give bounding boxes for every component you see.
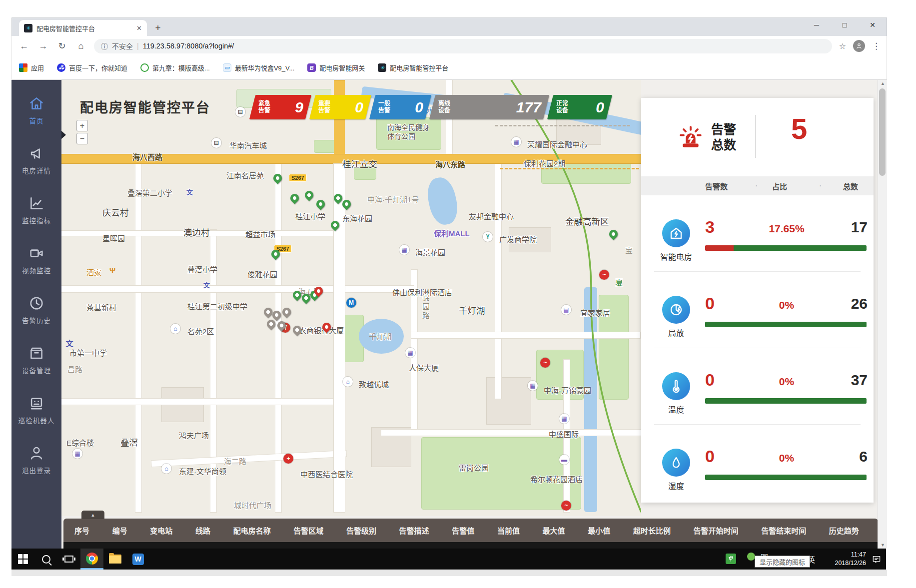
task-view-button[interactable] — [57, 549, 80, 570]
info-icon[interactable]: ⓘ — [101, 41, 108, 51]
panel-row[interactable]: 智能电房 3 17.65% 17 — [641, 217, 874, 294]
table-column-header: 最大值 — [543, 525, 565, 536]
url-text: 119.23.58.97:8080/a?login#/ — [143, 42, 234, 50]
address-bar[interactable]: ⓘ 不安全 | 119.23.58.97:8080/a?login#/ — [94, 39, 832, 53]
search-button[interactable] — [34, 549, 57, 570]
taskbar-chrome-button[interactable] — [80, 549, 103, 570]
action-center-icon[interactable] — [871, 554, 882, 564]
sidebar-item[interactable]: 退出登录 — [22, 445, 51, 475]
thermo-icon — [662, 372, 690, 400]
bookmark-label: 最新华为悦盒V9_V... — [235, 63, 294, 72]
start-button[interactable] — [11, 549, 34, 570]
close-button[interactable]: ✕ — [868, 21, 878, 29]
browser-tab-bar: ✳ 配电房智能管控平台 ✕ + ─ □ ✕ — [11, 17, 887, 36]
sidebar-item[interactable]: 视频监控 — [22, 245, 51, 275]
maximize-button[interactable]: □ — [840, 21, 850, 29]
new-tab-button[interactable]: + — [151, 21, 165, 35]
window-controls: ─ □ ✕ — [812, 21, 878, 29]
usb-tray-icon[interactable] — [726, 554, 736, 564]
map-label: 桂江小学 — [295, 211, 325, 221]
tray-hidden-icon[interactable] — [747, 553, 755, 561]
zoom-in-button[interactable]: + — [76, 120, 88, 131]
browser-tab[interactable]: ✳ 配电房智能管控平台 ✕ — [19, 20, 147, 36]
row-progress-bar — [705, 322, 867, 327]
map-label: E综合楼 — [66, 437, 94, 448]
map-poi-icon: ▦ — [72, 449, 82, 459]
sidebar-item[interactable]: 告警历史 — [22, 295, 51, 325]
alarm-badge[interactable]: 正常设备 0 — [547, 95, 612, 119]
tab-close-icon[interactable]: ✕ — [136, 24, 142, 32]
bookmark[interactable]: B 配电房智能网关 — [307, 63, 365, 72]
panel-column-headers: 告警数 · 占比 · 总数 — [641, 176, 874, 195]
bookmark[interactable]: 第九章：模版高级... — [140, 63, 210, 72]
panel-header: 告警 总数 5 — [641, 98, 874, 176]
table-collapse-handle[interactable]: ▲ — [81, 511, 104, 519]
map-label: 致越优城 — [359, 379, 389, 389]
windows-taskbar: W 图 英 11:47 2018/12/26 显示隐藏的图标 — [11, 549, 886, 570]
back-button[interactable]: ← — [18, 41, 30, 51]
divider — [755, 115, 756, 158]
map-label: 城时代广场 — [234, 500, 271, 510]
map-poi-icon: ⊟ — [235, 107, 245, 117]
panel-row[interactable]: 湿度 0 0% 6 — [641, 447, 874, 503]
sidebar-item[interactable]: 巡检机器人 — [18, 395, 55, 425]
alarm-badge[interactable]: 重要告警 0 — [309, 95, 371, 119]
taskbar-clock[interactable]: 11:47 2018/12/26 — [835, 551, 866, 568]
map-label: 南海全民健身体育公园 — [387, 123, 434, 141]
panel-row[interactable]: 局放 0 0% 26 — [641, 294, 874, 370]
map-poi-icon: ▦ — [528, 381, 538, 391]
scroll-up-icon[interactable]: ▲ — [878, 81, 887, 86]
row-label: 湿度 — [649, 480, 704, 492]
scrollbar-thumb[interactable] — [879, 88, 886, 176]
task-view-icon — [64, 556, 73, 563]
col-total: 总数 — [843, 181, 858, 191]
bookmark-label: 配电房智能管控平台 — [390, 63, 448, 72]
tray-tooltip: 显示隐藏的图标 — [755, 556, 810, 568]
table-column-header: 配电房名称 — [233, 525, 271, 536]
sidebar-item[interactable]: 设备管理 — [22, 345, 51, 375]
alarm-badge[interactable]: 离线设备 177 — [429, 95, 549, 119]
profile-avatar[interactable] — [853, 40, 865, 52]
forward-button[interactable]: → — [37, 41, 49, 51]
taskbar-explorer-button[interactable] — [103, 549, 126, 570]
browser-menu-icon[interactable]: ⋮ — [872, 41, 881, 51]
alarm-badge[interactable]: 紧急告警 9 — [249, 95, 311, 119]
map-label: 海八西路 — [132, 151, 162, 162]
sidebar-item[interactable]: 监控指标 — [22, 195, 51, 225]
map[interactable]: + − S267S267 高尔夫农庄佛山水道南海全民健身体育公园荣耀国际金融中心… — [61, 80, 641, 516]
scroll-down-icon[interactable]: ▼ — [878, 543, 887, 548]
map-label: 希尔顿花园酒店 — [530, 474, 583, 484]
map-label: 庆云村 — [102, 206, 129, 218]
table-column-header: 告警结束时间 — [761, 525, 806, 536]
sidebar-active-arrow-icon[interactable] — [61, 131, 66, 139]
sidebar-item[interactable]: 首页 — [28, 95, 45, 125]
minimize-button[interactable]: ─ — [812, 21, 822, 29]
user-icon — [28, 445, 45, 462]
bookmark[interactable]: ⁂ 百度一下，你就知道 — [57, 63, 127, 72]
map-label: 中海·千灯湖1号 — [367, 194, 419, 204]
bookmark[interactable]: ✳ 配电房智能管控平台 — [378, 63, 448, 72]
row-total: 17 — [851, 219, 868, 236]
map-label: 星晖园 — [102, 233, 125, 243]
map-poi-icon: ⌂ — [343, 377, 353, 387]
zoom-out-button[interactable]: − — [76, 133, 88, 144]
bookmark[interactable]: ▭ 最新华为悦盒V9_V... — [223, 63, 294, 72]
row-progress-bar — [705, 245, 867, 251]
desktop-screenshot: ✳ 配电房智能管控平台 ✕ + ─ □ ✕ ← → ↻ ⌂ ⓘ 不安全 | 11… — [0, 0, 916, 588]
reload-button[interactable]: ↻ — [56, 40, 68, 51]
panel-row[interactable]: 温度 0 0% 37 — [641, 370, 874, 447]
map-poi-icon: ▦ — [399, 245, 409, 255]
home-icon — [28, 95, 45, 112]
alarm-badge[interactable]: 一般告警 0 — [369, 95, 431, 119]
bookmark[interactable]: 应用 — [19, 63, 44, 72]
row-alarm-count: 0 — [705, 447, 715, 466]
map-label: 华南汽车城 — [229, 140, 267, 150]
home-button[interactable]: ⌂ — [75, 41, 87, 51]
map-label: 名苑2区 — [187, 326, 214, 336]
page-scrollbar[interactable]: ▲ ▼ — [878, 80, 887, 549]
taskbar-wps-button[interactable]: W — [126, 549, 149, 570]
sidebar-item-label: 巡检机器人 — [18, 415, 55, 425]
sidebar-item[interactable]: 电房详情 — [22, 145, 51, 175]
bookmark-star-icon[interactable]: ☆ — [839, 41, 846, 51]
map-label: 江南名居苑 — [226, 170, 264, 180]
